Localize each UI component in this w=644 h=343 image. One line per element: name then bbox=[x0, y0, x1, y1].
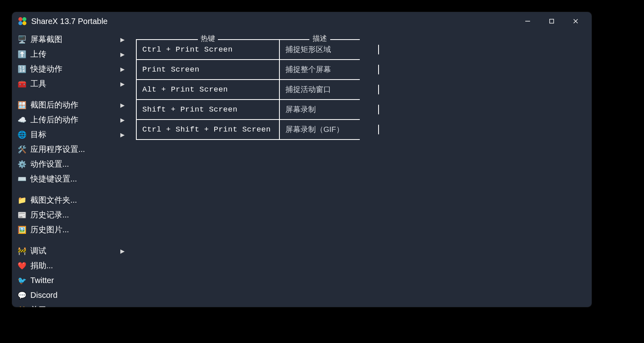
sidebar-item[interactable]: 🖥️屏幕截图▶ bbox=[12, 32, 132, 47]
chevron-right-icon: ▶ bbox=[120, 117, 125, 123]
sidebar-item-label: 捐助... bbox=[30, 260, 125, 271]
hotkey-row[interactable]: Alt + Print Screen捕捉活动窗口 bbox=[136, 80, 360, 100]
svg-rect-1 bbox=[550, 19, 554, 23]
keyboard-icon: ⌨️ bbox=[18, 175, 26, 183]
sidebar-item[interactable]: 🪟截图后的动作▶ bbox=[12, 98, 132, 112]
window-title: ShareX 13.7 Portable bbox=[31, 17, 108, 26]
hotkey-row[interactable]: Print Screen捕捉整个屏幕 bbox=[136, 60, 360, 80]
hotkey-table: 热键 描述 Ctrl + Print Screen捕捉矩形区域Print Scr… bbox=[136, 35, 360, 140]
main-content: 热键 描述 Ctrl + Print Screen捕捉矩形区域Print Scr… bbox=[132, 30, 592, 307]
chevron-right-icon: ▶ bbox=[120, 132, 125, 138]
hotkey-key-cell: Print Screen bbox=[136, 60, 280, 80]
hotkey-key-cell: Ctrl + Shift + Print Screen bbox=[136, 120, 280, 140]
sidebar-item-label: 截图文件夹... bbox=[30, 195, 125, 205]
window-icon: 🪟 bbox=[18, 101, 26, 110]
sidebar-item[interactable]: 🛠️应用程序设置... bbox=[12, 142, 132, 157]
about-icon: 👑 bbox=[18, 306, 26, 307]
hotkey-desc-cell: 捕捉矩形区域 bbox=[280, 40, 360, 60]
sidebar-item-label: 工具 bbox=[30, 78, 116, 89]
app-logo-icon bbox=[18, 16, 27, 26]
sidebar-item-label: 快捷键设置... bbox=[30, 173, 125, 184]
sidebar-item-label: Twitter bbox=[30, 276, 125, 285]
sidebar-item[interactable]: ⬆️上传▶ bbox=[12, 47, 132, 62]
hotkey-desc-cell: 捕捉活动窗口 bbox=[280, 80, 360, 100]
sidebar-item-label: 目标 bbox=[30, 129, 116, 140]
sidebar-item[interactable]: 📰历史记录... bbox=[12, 207, 132, 222]
hotkey-desc-cell: 屏幕录制（GIF） bbox=[280, 120, 360, 140]
upload-icon: ⬆️ bbox=[18, 50, 26, 59]
sidebar-item[interactable]: ⌨️快捷键设置... bbox=[12, 172, 132, 186]
hotkey-key-cell: Shift + Print Screen bbox=[136, 100, 280, 120]
folder-icon: 📁 bbox=[18, 196, 26, 205]
close-button[interactable] bbox=[564, 12, 588, 30]
sidebar-item-label: 历史记录... bbox=[30, 209, 125, 220]
cloud-icon: ☁️ bbox=[18, 116, 26, 124]
sidebar-item[interactable]: 🖼️历史图片... bbox=[12, 222, 132, 237]
debug-icon: 🚧 bbox=[18, 247, 26, 255]
history-icon: 📰 bbox=[18, 211, 26, 219]
hotkey-desc-cell: 捕捉整个屏幕 bbox=[280, 60, 360, 80]
target-icon: 🌐 bbox=[18, 130, 26, 139]
maximize-button[interactable] bbox=[540, 12, 564, 30]
gear-icon: ⚙️ bbox=[18, 160, 26, 169]
titlebar[interactable]: ShareX 13.7 Portable bbox=[12, 12, 592, 30]
sidebar-item-label: 快捷动作 bbox=[30, 64, 116, 74]
display-icon: 🖥️ bbox=[18, 35, 26, 44]
image-history-icon: 🖼️ bbox=[18, 225, 26, 234]
hotkey-row[interactable]: Ctrl + Shift + Print Screen屏幕录制（GIF） bbox=[136, 120, 360, 140]
chevron-right-icon: ▶ bbox=[120, 51, 125, 58]
chevron-right-icon: ▶ bbox=[120, 81, 125, 87]
sidebar-item-label: 应用程序设置... bbox=[30, 144, 125, 155]
toolbox-icon: 🧰 bbox=[18, 80, 26, 88]
chevron-right-icon: ▶ bbox=[120, 248, 125, 254]
sidebar-item[interactable]: 🔢快捷动作▶ bbox=[12, 62, 132, 76]
sidebar-item-label: 历史图片... bbox=[30, 224, 125, 235]
sidebar-item[interactable]: 👑关于... bbox=[12, 303, 132, 307]
grid-icon: 🔢 bbox=[18, 65, 26, 74]
sidebar-item[interactable]: ☁️上传后的动作▶ bbox=[12, 112, 132, 127]
sidebar-item[interactable]: 🚧调试▶ bbox=[12, 243, 132, 258]
twitter-icon: 🐦 bbox=[18, 276, 26, 285]
hotkey-table-header: 热键 描述 bbox=[136, 35, 360, 40]
sidebar-item[interactable]: 🌐目标▶ bbox=[12, 127, 132, 142]
sidebar-item-label: 动作设置... bbox=[30, 159, 125, 170]
wrench-icon: 🛠️ bbox=[18, 145, 26, 154]
sidebar-item[interactable]: 💬Discord bbox=[12, 288, 132, 303]
sidebar-item-label: 上传后的动作 bbox=[30, 114, 116, 125]
chevron-right-icon: ▶ bbox=[120, 66, 125, 72]
window-controls bbox=[516, 12, 588, 30]
sidebar-item[interactable]: ⚙️动作设置... bbox=[12, 157, 132, 172]
heart-icon: ❤️ bbox=[18, 261, 26, 270]
sidebar-item[interactable]: 📁截图文件夹... bbox=[12, 193, 132, 207]
discord-icon: 💬 bbox=[18, 291, 26, 300]
hotkey-key-cell: Alt + Print Screen bbox=[136, 80, 280, 100]
minimize-button[interactable] bbox=[516, 12, 540, 30]
sidebar: 🖥️屏幕截图▶⬆️上传▶🔢快捷动作▶🧰工具▶🪟截图后的动作▶☁️上传后的动作▶🌐… bbox=[12, 30, 132, 307]
hotkey-row[interactable]: Shift + Print Screen屏幕录制 bbox=[136, 100, 360, 120]
chevron-right-icon: ▶ bbox=[120, 102, 125, 108]
sidebar-item[interactable]: ❤️捐助... bbox=[12, 258, 132, 273]
sidebar-item-label: Discord bbox=[30, 291, 125, 300]
chevron-right-icon: ▶ bbox=[120, 36, 125, 43]
sidebar-item-label: 关于... bbox=[30, 305, 125, 307]
sidebar-item-label: 截图后的动作 bbox=[30, 100, 116, 110]
sidebar-item-label: 上传 bbox=[30, 49, 116, 60]
sidebar-item[interactable]: 🐦Twitter bbox=[12, 273, 132, 288]
hotkey-desc-cell: 屏幕录制 bbox=[280, 100, 360, 120]
sidebar-item[interactable]: 🧰工具▶ bbox=[12, 76, 132, 91]
hotkey-header-key: 热键 bbox=[200, 34, 216, 43]
sidebar-item-label: 屏幕截图 bbox=[30, 34, 116, 45]
sidebar-item-label: 调试 bbox=[30, 245, 116, 256]
app-window: ShareX 13.7 Portable 🖥️屏幕截图▶⬆️上传▶🔢快捷动作▶🧰… bbox=[12, 12, 592, 307]
hotkey-row[interactable]: Ctrl + Print Screen捕捉矩形区域 bbox=[136, 40, 360, 60]
